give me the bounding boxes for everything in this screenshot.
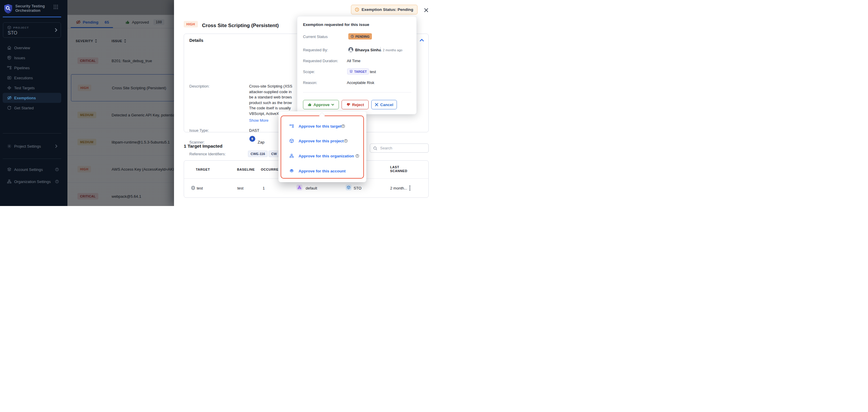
col-target: TARGET	[196, 168, 210, 171]
menu-item-approve-organization[interactable]: Approve for this organization	[281, 152, 365, 159]
issue-row[interactable]: CRITICAL B201: flask_debug_true	[67, 47, 174, 74]
layers-icon	[289, 169, 294, 173]
thumb-down-icon	[346, 102, 350, 107]
home-icon	[7, 46, 11, 50]
sidebar-item-exemptions[interactable]: Exemptions	[3, 93, 61, 103]
menu-item-approve-target[interactable]: Approve for this target	[281, 123, 365, 130]
sidebar-divider	[3, 158, 61, 159]
zap-scanner-logo	[249, 136, 255, 142]
close-icon[interactable]	[424, 8, 428, 12]
current-status-label: Current Status	[303, 34, 328, 39]
info-icon[interactable]	[55, 168, 59, 172]
column-header-severity[interactable]: SEVERITY	[76, 39, 97, 43]
chevron-up-icon[interactable]	[420, 39, 424, 41]
issue-row[interactable]: HIGH AWS Access Key (AccessKeyId=AKIAI	[67, 156, 174, 183]
menu-item-approve-account[interactable]: Approve for this account	[281, 167, 365, 174]
tab-pending[interactable]: Pending 65	[76, 19, 109, 25]
org-chart-icon	[7, 179, 11, 184]
menu-item-approve-project[interactable]: Approve for this project	[281, 137, 365, 144]
exemption-status-button[interactable]: Exemption Status: Pending	[351, 5, 417, 14]
project-cube-icon	[7, 26, 11, 29]
reject-button[interactable]: Reject	[342, 100, 369, 109]
app-switcher-grid-icon[interactable]	[53, 4, 58, 9]
sidebar-item-get-started[interactable]: Get Started	[0, 103, 67, 113]
reference-id-chip[interactable]: CWE-116	[248, 151, 268, 157]
tab-approved[interactable]: Approved 188	[125, 19, 164, 25]
issue-type-label: Issue Type:	[189, 128, 209, 133]
issue-row-selected[interactable]: HIGH Cross Site Scripting (Persistent)	[71, 74, 174, 101]
sort-icon	[124, 39, 126, 43]
target-icon	[7, 86, 11, 90]
cell-organization: default	[306, 186, 317, 190]
cell-target[interactable]: test	[197, 186, 203, 190]
clock-icon	[355, 7, 359, 12]
sidebar-nav: Overview Issues Pipelines Executions Tes…	[0, 43, 67, 113]
sidebar-divider	[3, 133, 61, 134]
sidebar-item-pipelines[interactable]: Pipelines	[0, 63, 67, 73]
show-more-link[interactable]: Show More	[249, 118, 269, 123]
sidebar-item-organization-settings[interactable]: Organization Settings	[0, 177, 67, 186]
requested-time: 2 months ago	[383, 48, 403, 52]
sidebar-item-issues[interactable]: Issues	[0, 53, 67, 63]
info-icon[interactable]	[341, 124, 345, 128]
row-menu-kebab-icon[interactable]	[407, 185, 412, 191]
requested-by-label: Requested By:	[303, 48, 328, 52]
info-icon[interactable]	[55, 180, 59, 184]
project-selector-value: STO	[8, 30, 18, 36]
sidebar-accent-divider	[3, 17, 61, 18]
eye-slash-icon	[7, 95, 12, 100]
sort-icon	[95, 39, 97, 43]
col-last-scanned: LAST SCANNED	[390, 165, 409, 173]
approved-count-badge: 188	[153, 19, 164, 25]
sidebar-item-overview[interactable]: Overview	[0, 43, 67, 53]
scope-value: test	[370, 69, 376, 74]
layers-icon	[7, 167, 11, 172]
issues-list-panel: Pending 65 Approved 188 SEVERITY ISSUE C…	[67, 0, 174, 206]
issue-row[interactable]: MEDIUM Detected a Generic API Key, poten…	[67, 101, 174, 128]
cell-occurrences: 1	[262, 186, 265, 190]
cell-last-scanned: 2 month...	[390, 186, 407, 190]
search-box	[370, 144, 429, 153]
gear-icon	[7, 144, 11, 149]
reason-value: Acceptable Risk	[347, 81, 374, 85]
target-bucket-icon	[349, 70, 353, 73]
hexagon-target-icon	[191, 186, 195, 190]
sidebar-item-test-targets[interactable]: Test Targets	[0, 83, 67, 93]
approve-button[interactable]: Approve	[303, 100, 339, 109]
info-icon[interactable]	[344, 139, 348, 143]
sidebar-item-account-settings[interactable]: Account Settings	[0, 165, 67, 174]
app-logo-shield-icon	[3, 3, 13, 14]
status-badge-pending: PENDING	[348, 33, 372, 39]
issues-list: CRITICAL B201: flask_debug_true HIGH Cro…	[67, 47, 174, 206]
project-cube-icon	[346, 184, 351, 190]
app-title: Security Testing Orchestration	[15, 4, 52, 13]
reason-label: Reason:	[303, 81, 317, 85]
project-selector[interactable]: PROJECT STO	[3, 22, 61, 38]
sidebar-item-project-settings[interactable]: Project Settings	[0, 141, 67, 151]
info-icon[interactable]	[355, 154, 359, 158]
cancel-button[interactable]: Cancel	[371, 100, 397, 109]
scanner-value: Zap	[258, 140, 265, 144]
column-header-issue[interactable]: ISSUE	[112, 39, 126, 43]
org-chart-icon	[289, 154, 294, 158]
eye-slash-icon	[76, 20, 81, 25]
issue-row[interactable]: MEDIUM libpam-runtime@1.5.3-5ubuntu5.1	[67, 128, 174, 156]
details-heading: Details	[189, 38, 204, 43]
reference-ids-label: Reference Identifiers:	[189, 152, 226, 156]
severity-badge: HIGH	[184, 21, 198, 27]
clock-icon	[351, 35, 354, 38]
description-label: Description:	[189, 84, 210, 88]
approve-scope-menu: Approve for this target Approve for this…	[281, 116, 364, 179]
search-input[interactable]	[370, 144, 428, 152]
requested-by-value: Bhavya Sinha	[355, 48, 381, 52]
divider	[380, 47, 381, 52]
project-selector-label: PROJECT	[13, 26, 29, 29]
avatar	[348, 47, 353, 52]
issue-row[interactable]: CRITICAL webpack@5.64.1	[67, 183, 174, 206]
scope-label: Scope:	[303, 69, 315, 74]
sidebar-item-executions[interactable]: Executions	[0, 73, 67, 83]
chevron-down-icon	[331, 104, 334, 106]
get-started-icon	[7, 106, 11, 110]
issue-type-value: DAST	[249, 128, 259, 133]
sidebar: Security Testing Orchestration PROJECT S…	[0, 0, 67, 206]
